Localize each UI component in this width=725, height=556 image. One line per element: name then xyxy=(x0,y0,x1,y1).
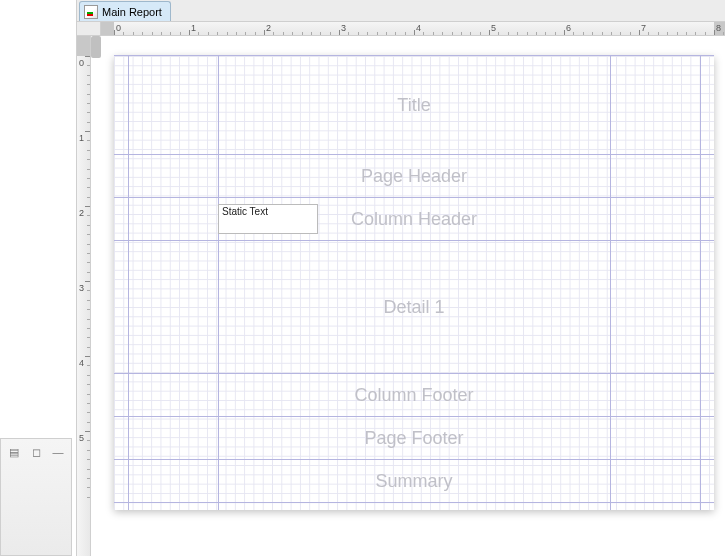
tab-label: Main Report xyxy=(102,6,162,18)
band-label: Title xyxy=(397,95,430,116)
report-page: TitlePage HeaderColumn HeaderStatic Text… xyxy=(114,56,714,510)
report-icon xyxy=(84,5,98,19)
ruler-v-number: 3 xyxy=(79,283,84,293)
ruler-h-number: 5 xyxy=(491,23,496,33)
ruler-h-number: 7 xyxy=(641,23,646,33)
design-canvas[interactable]: TitlePage HeaderColumn HeaderStatic Text… xyxy=(101,36,725,556)
ruler-h-number: 6 xyxy=(566,23,571,33)
horizontal-ruler[interactable]: 012345678 xyxy=(101,22,725,36)
band-column_header[interactable]: Column HeaderStatic Text xyxy=(114,197,714,241)
ruler-v-number: 2 xyxy=(79,208,84,218)
band-label: Summary xyxy=(375,471,452,492)
ruler-v-number: 5 xyxy=(79,433,84,443)
minimize-icon[interactable]: — xyxy=(51,445,65,459)
band-detail[interactable]: Detail 1 xyxy=(114,240,714,374)
band-label: Page Footer xyxy=(364,428,463,449)
ruler-h-number: 0 xyxy=(116,23,121,33)
ruler-v-number: 0 xyxy=(79,58,84,68)
tab-bar: Main Report xyxy=(77,0,725,22)
ruler-v-number: 1 xyxy=(79,133,84,143)
band-title[interactable]: Title xyxy=(114,55,714,155)
ruler-h-number: 8 xyxy=(716,23,721,33)
band-label: Detail 1 xyxy=(383,297,444,318)
report-editor: Main Report 012345678 012345 TitlePage H… xyxy=(76,0,725,556)
ruler-h-number: 2 xyxy=(266,23,271,33)
window-icon[interactable]: ◻ xyxy=(29,445,43,459)
side-panel: ▤ ◻ — xyxy=(0,438,72,556)
static-text-element[interactable]: Static Text xyxy=(218,204,318,234)
ruler-corner xyxy=(77,22,101,36)
band-label: Column Header xyxy=(351,209,477,230)
band-page_header[interactable]: Page Header xyxy=(114,154,714,198)
band-column_footer[interactable]: Column Footer xyxy=(114,373,714,417)
tab-main-report[interactable]: Main Report xyxy=(79,1,171,21)
band-page_footer[interactable]: Page Footer xyxy=(114,416,714,460)
band-label: Page Header xyxy=(361,166,467,187)
band-label: Column Footer xyxy=(354,385,473,406)
ruler-h-number: 4 xyxy=(416,23,421,33)
vertical-ruler[interactable]: 012345 xyxy=(77,36,91,556)
outline-icon[interactable]: ▤ xyxy=(7,445,21,459)
band-summary[interactable]: Summary xyxy=(114,459,714,503)
vertical-scrollbar-thumb[interactable] xyxy=(91,36,101,58)
ruler-h-number: 3 xyxy=(341,23,346,33)
ruler-h-number: 1 xyxy=(191,23,196,33)
ruler-v-number: 4 xyxy=(79,358,84,368)
